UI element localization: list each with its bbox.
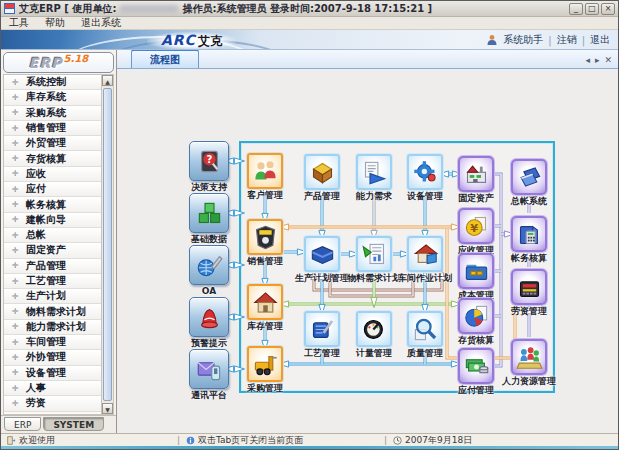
sidebar-item-13[interactable]: ✛工艺管理	[4, 274, 101, 289]
diagram-node-label: 通讯平台	[191, 390, 227, 400]
sidebar-item-label: 库存系统	[26, 90, 66, 104]
tab-scroll-left-icon[interactable]: ◂	[585, 55, 590, 65]
tab-strip: 流程图 ◂ ▸ ✕	[117, 50, 618, 69]
banner: ARC 艾克 系统助手|注销|退出	[1, 30, 618, 50]
sidebar-nav-list: ✛系统控制✛库存系统✛采购系统✛销售管理✛外贸管理✛存货核算✛应收✛应付✛帐务核…	[4, 75, 101, 414]
link-logout[interactable]: 注销	[557, 33, 577, 47]
bottom-accent-line	[1, 446, 618, 449]
expand-plus-icon[interactable]: ✛	[4, 215, 26, 224]
diagram-node-hr-mgmt[interactable]: 人力资源管理	[494, 339, 564, 386]
svg-text:¥: ¥	[470, 221, 478, 234]
redacted-company-name	[120, 5, 178, 13]
expand-plus-icon[interactable]: ✛	[4, 322, 26, 331]
sidebar-item-12[interactable]: ✛产品管理	[4, 259, 101, 274]
sidebar-item-label: 工艺管理	[26, 274, 66, 288]
sidebar-item-6[interactable]: ✛应收	[4, 167, 101, 182]
expand-plus-icon[interactable]: ✛	[4, 384, 26, 393]
expand-plus-icon[interactable]: ✛	[4, 169, 26, 178]
menu-item-0[interactable]: 工具	[9, 16, 29, 30]
sales-icon	[247, 219, 283, 255]
expand-plus-icon[interactable]: ✛	[4, 154, 26, 163]
expand-plus-icon[interactable]: ✛	[4, 231, 26, 240]
sidebar-item-7[interactable]: ✛应付	[4, 182, 101, 197]
expand-plus-icon[interactable]: ✛	[4, 261, 26, 270]
expand-plus-icon[interactable]: ✛	[4, 93, 26, 102]
sidebar-item-2[interactable]: ✛采购系统	[4, 106, 101, 121]
expand-plus-icon[interactable]: ✛	[4, 124, 26, 133]
expand-plus-icon[interactable]: ✛	[4, 246, 26, 255]
sidebar-item-3[interactable]: ✛销售管理	[4, 121, 101, 136]
expand-plus-icon[interactable]: ✛	[4, 292, 26, 301]
sidebar-item-9[interactable]: ✛建帐向导	[4, 213, 101, 228]
link-system-assistant[interactable]: 系统助手	[503, 33, 543, 47]
diagram-node-label: 帐务核算	[511, 253, 547, 263]
sidebar-item-label: 存货核算	[26, 152, 66, 166]
tab-scroll-right-icon[interactable]: ▸	[595, 55, 600, 65]
sidebar-item-5[interactable]: ✛存货核算	[4, 151, 101, 166]
clock-icon	[393, 436, 402, 445]
expand-plus-icon[interactable]: ✛	[4, 399, 26, 408]
maximize-button[interactable]: □	[585, 3, 599, 15]
expand-plus-icon[interactable]: ✛	[4, 338, 26, 347]
diagram-node-ledger-system[interactable]: 总帐系统	[494, 159, 564, 206]
status-welcome: 欢迎使用	[7, 434, 171, 447]
status-bar: 欢迎使用 | 双击Tab页可关闭当前页面 | 2007年9月18日	[1, 433, 618, 446]
measure-icon	[356, 311, 392, 347]
sidebar-item-15[interactable]: ✛物料需求计划	[4, 304, 101, 319]
status-date: 2007年9月18日	[393, 434, 472, 447]
info-icon	[186, 436, 195, 445]
sidebar-item-18[interactable]: ✛外协管理	[4, 350, 101, 365]
menu-bar: 工具帮助退出系统	[1, 17, 618, 30]
diagram-node-label: 决策支持	[191, 182, 227, 192]
expand-plus-icon[interactable]: ✛	[4, 185, 26, 194]
process-icon	[304, 311, 340, 347]
sidebar-item-16[interactable]: ✛能力需求计划	[4, 320, 101, 335]
sidebar-item-1[interactable]: ✛库存系统	[4, 90, 101, 105]
menu-item-1[interactable]: 帮助	[45, 16, 65, 30]
scroll-down-icon[interactable]: ▼	[102, 403, 113, 414]
diagram-node-label: 固定资产	[458, 193, 494, 203]
tab-close-icon[interactable]: ✕	[604, 55, 612, 65]
sidebar-item-0[interactable]: ✛系统控制	[4, 75, 101, 90]
sidebar-item-20[interactable]: ✛人事	[4, 381, 101, 396]
minimize-button[interactable]: _	[569, 3, 583, 15]
sidebar-item-21[interactable]: ✛劳资	[4, 396, 101, 411]
link-exit[interactable]: 退出	[590, 33, 610, 47]
sidebar-tab-erp[interactable]: ERP	[4, 417, 41, 431]
sidebar: ERP 5.18 ✛系统控制✛库存系统✛采购系统✛销售管理✛外贸管理✛存货核算✛…	[1, 50, 117, 433]
sidebar-item-17[interactable]: ✛车间管理	[4, 335, 101, 350]
expand-plus-icon[interactable]: ✛	[4, 353, 26, 362]
sidebar-tab-system[interactable]: SYSTEM	[43, 417, 104, 431]
diagram-node-label: 计量管理	[356, 348, 392, 358]
logo-arc-text: ARC	[161, 32, 196, 48]
diagram-node-account-acct[interactable]: 帐务核算	[494, 216, 564, 263]
purchase-icon	[247, 346, 283, 382]
sidebar-item-4[interactable]: ✛外贸管理	[4, 136, 101, 151]
sidebar-item-label: 采购系统	[26, 106, 66, 120]
scrollbar-thumb[interactable]	[103, 88, 112, 401]
diagram-node-wage-mgmt[interactable]: 劳资管理	[494, 269, 564, 316]
expand-plus-icon[interactable]: ✛	[4, 139, 26, 148]
sidebar-item-10[interactable]: ✛总帐	[4, 228, 101, 243]
sidebar-item-14[interactable]: ✛生产计划	[4, 289, 101, 304]
sidebar-item-label: 能力需求计划	[26, 320, 86, 334]
expand-plus-icon[interactable]: ✛	[4, 277, 26, 286]
expand-plus-icon[interactable]: ✛	[4, 78, 26, 87]
sidebar-item-19[interactable]: ✛设备管理	[4, 366, 101, 381]
close-button[interactable]: ×	[601, 3, 615, 15]
expand-plus-icon[interactable]: ✛	[4, 108, 26, 117]
expand-plus-icon[interactable]: ✛	[4, 368, 26, 377]
mrp-icon	[356, 236, 392, 272]
expand-plus-icon[interactable]: ✛	[4, 200, 26, 209]
sidebar-item-8[interactable]: ✛帐务核算	[4, 197, 101, 212]
tab-flowchart[interactable]: 流程图	[131, 49, 199, 68]
menu-item-2[interactable]: 退出系统	[81, 16, 121, 30]
expand-plus-icon[interactable]: ✛	[4, 307, 26, 316]
sidebar-item-11[interactable]: ✛固定资产	[4, 243, 101, 258]
body: ERP 5.18 ✛系统控制✛库存系统✛采购系统✛销售管理✛外贸管理✛存货核算✛…	[1, 50, 618, 433]
tab-nav: ◂ ▸ ✕	[585, 55, 612, 65]
sidebar-scrollbar[interactable]: ▲ ▼	[101, 75, 113, 414]
sidebar-item-label: 帐务核算	[26, 198, 66, 212]
scroll-up-icon[interactable]: ▲	[102, 75, 113, 86]
banner-links: 系统助手|注销|退出	[486, 33, 610, 47]
